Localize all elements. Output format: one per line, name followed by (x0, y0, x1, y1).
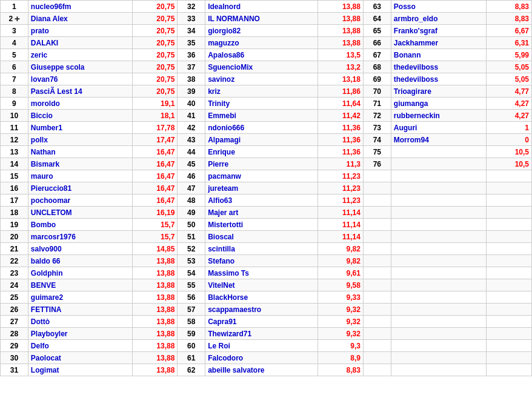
rank-cell: 27 (1, 316, 28, 328)
player-name3-cell: Morrom94 (391, 134, 487, 146)
player-name-cell: FETTINA (28, 304, 132, 316)
score-cell: 13,88 (132, 328, 178, 340)
rank3-cell: 75 (363, 146, 391, 158)
player-name2-cell: Idealnord (205, 1, 318, 13)
score2-cell: 9,32 (318, 304, 364, 316)
rank-cell: 15 (1, 170, 28, 182)
player-name3-cell (391, 219, 487, 231)
player-name3-cell (391, 182, 487, 194)
score-cell: 13,88 (132, 316, 178, 328)
rank3-cell: 64 (363, 13, 391, 25)
rank2-cell: 36 (178, 49, 205, 61)
score2-cell: 13,88 (318, 1, 364, 13)
score-cell: 13,88 (132, 291, 178, 304)
rank3-cell: 74 (363, 134, 391, 146)
player-name2-cell: Mistertotti (205, 219, 318, 231)
player-name3-cell (391, 231, 487, 243)
rank-cell: 26 (1, 304, 28, 316)
table-row: 8PasciÃ Lest 1420,7539kriz11,8670Trioagi… (1, 85, 532, 98)
rank2-cell: 50 (178, 219, 205, 231)
player-name2-cell: jureteam (205, 182, 318, 194)
rank-cell: 10 (1, 110, 28, 122)
table-row: 14Bismark16,4745Pierre11,37610,5 (1, 158, 532, 170)
score2-cell: 11,23 (318, 194, 364, 207)
score3-cell (487, 352, 532, 364)
table-row: 10Biccio18,141Emmebi11,4272rubberneckin4… (1, 110, 532, 122)
table-row: 7lovan7620,7538savinoz13,1869thedevilbos… (1, 73, 532, 85)
rank3-cell: 69 (363, 73, 391, 85)
player-name-cell: Giuseppe scola (28, 61, 132, 73)
player-name2-cell: Alpamagi (205, 134, 318, 146)
player-name3-cell: Trioagirare (391, 85, 487, 98)
table-row: 3prato20,7534giorgio8213,8865Franko'sgra… (1, 25, 532, 37)
score2-cell: 11,36 (318, 122, 364, 134)
player-name-cell: prato (28, 25, 132, 37)
score-cell: 20,75 (132, 37, 178, 49)
table-row: 12pollx17,4743Alpamagi11,3674Morrom940 (1, 134, 532, 146)
player-name2-cell: BlackHorse (205, 291, 318, 304)
player-name2-cell: scintilla (205, 243, 318, 255)
rank3-cell: 70 (363, 85, 391, 98)
player-name2-cell: giorgio82 (205, 25, 318, 37)
score2-cell: 11,86 (318, 85, 364, 98)
score2-cell: 9,33 (318, 291, 364, 304)
player-name3-cell (391, 158, 487, 170)
player-name3-cell (391, 170, 487, 182)
rank-cell: 16 (1, 182, 28, 194)
score2-cell: 9,82 (318, 243, 364, 255)
score3-cell: 1 (487, 122, 532, 134)
player-name-cell: marcosr1976 (28, 231, 132, 243)
score-cell: 17,78 (132, 122, 178, 134)
rank-cell: 12 (1, 134, 28, 146)
player-name3-cell: Posso (391, 1, 487, 13)
rank3-cell (363, 279, 391, 291)
score-cell: 18,1 (132, 110, 178, 122)
score2-cell: 11,14 (318, 207, 364, 219)
score-cell: 13,88 (132, 352, 178, 364)
score-cell: 14,85 (132, 243, 178, 255)
rank-cell: 5 (1, 49, 28, 61)
player-name3-cell: armbro_eldo (391, 13, 487, 25)
table-row: 1nucleo96fm20,7532Idealnord13,8863Posso8… (1, 1, 532, 13)
score-cell: 13,88 (132, 267, 178, 279)
rank2-cell: 34 (178, 25, 205, 37)
rank-cell: 20 (1, 231, 28, 243)
score-cell: 16,47 (132, 158, 178, 170)
rank-cell: 24 (1, 279, 28, 291)
player-name-cell: Bombo (28, 219, 132, 231)
player-name2-cell: Falcodoro (205, 352, 318, 364)
rank-cell: 30 (1, 352, 28, 364)
score-cell: 20,75 (132, 49, 178, 61)
score-cell: 13,88 (132, 255, 178, 267)
table-row: 15mauro16,4746pacmanw11,23 (1, 170, 532, 182)
rank2-cell: 57 (178, 304, 205, 316)
score-cell: 20,75 (132, 85, 178, 98)
player-name2-cell: maguzzo (205, 37, 318, 49)
score-cell: 16,47 (132, 170, 178, 182)
score2-cell: 13,2 (318, 61, 364, 73)
rank3-cell (363, 364, 391, 376)
player-name-cell: Paolocat (28, 352, 132, 364)
player-name-cell: Delfo (28, 340, 132, 352)
score2-cell: 13,88 (318, 25, 364, 37)
player-name3-cell: Auguri (391, 122, 487, 134)
score3-cell: 10,5 (487, 158, 532, 170)
score-cell: 16,47 (132, 182, 178, 194)
score3-cell (487, 170, 532, 182)
score3-cell: 0 (487, 134, 532, 146)
rank2-cell: 49 (178, 207, 205, 219)
rank3-cell: 63 (363, 1, 391, 13)
player-name-cell: mauro (28, 170, 132, 182)
player-name3-cell: Bonann (391, 49, 487, 61)
rank2-cell: 48 (178, 194, 205, 207)
table-row: 24BENVE13,8855VitelNet9,58 (1, 279, 532, 291)
player-name-cell: zeric (28, 49, 132, 61)
rank2-cell: 58 (178, 316, 205, 328)
player-name3-cell: thedevilboss (391, 73, 487, 85)
table-row: 20marcosr197615,751Bioscal11,14 (1, 231, 532, 243)
player-name3-cell (391, 291, 487, 304)
table-row: 30Paolocat13,8861Falcodoro8,9 (1, 352, 532, 364)
player-name2-cell: VitelNet (205, 279, 318, 291)
score3-cell: 6,31 (487, 37, 532, 49)
score2-cell: 11,36 (318, 134, 364, 146)
